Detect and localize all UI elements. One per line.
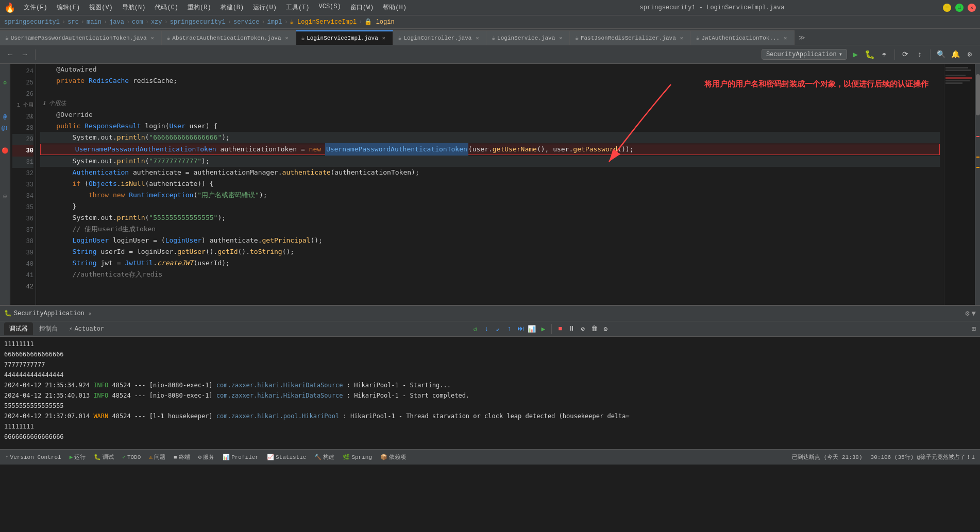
back-button[interactable]: ← — [4, 48, 16, 61]
subtab-debugger-label: 调试器 — [9, 324, 28, 333]
status-debug[interactable]: 🐛 调试 — [91, 453, 117, 461]
breadcrumb-service[interactable]: service — [233, 19, 259, 26]
debug-status-icon: 🐛 — [94, 454, 101, 460]
app-logo: 🔥 — [4, 2, 15, 13]
menu-tools[interactable]: 工具(T) — [282, 2, 314, 13]
tab-close-2[interactable]: ✕ — [380, 35, 387, 42]
bottom-session-close[interactable]: ✕ — [89, 311, 92, 317]
tab-bar: ☕ UsernamePasswordAuthenticationToken.ja… — [0, 29, 980, 45]
run-configuration[interactable]: SecurityApplication ▾ — [762, 49, 847, 60]
menu-window[interactable]: 窗口(W) — [346, 2, 378, 13]
run-button[interactable]: ▶ — [849, 48, 861, 61]
tab-label-5: FastJsonRedisSerializer.java — [581, 35, 676, 41]
breadcrumb-xzy[interactable]: xzy — [151, 19, 162, 26]
tab-3[interactable]: ☕ LoginController.java ✕ — [393, 30, 487, 45]
tabs-more-button[interactable]: ≫ — [795, 30, 809, 45]
status-terminal[interactable]: ■ 终端 — [171, 453, 193, 461]
search-everywhere-button[interactable]: 🔍 — [935, 48, 947, 61]
run-with-coverage-button[interactable]: ☂ — [878, 48, 890, 61]
status-profiler[interactable]: 📊 Profiler — [219, 454, 262, 460]
step-over-button[interactable]: ↓ — [481, 324, 492, 334]
status-todo[interactable]: ✓ TODO — [119, 454, 144, 460]
menu-help[interactable]: 帮助(H) — [379, 2, 411, 13]
pause-button[interactable]: ⏸ — [566, 324, 577, 334]
run-icon: ▶ — [70, 454, 73, 460]
breadcrumb-impl[interactable]: impl — [267, 19, 282, 26]
breadcrumb-project[interactable]: springsecurity1 — [4, 19, 60, 26]
tab-close-1[interactable]: ✕ — [283, 35, 291, 42]
code-line-33: if (Objects.isNull(authenticate)) { — [40, 178, 940, 190]
code-content[interactable]: @Autowired private RedisCache redisCache… — [36, 64, 944, 305]
clear-output-button[interactable]: 🗑 — [589, 324, 599, 334]
breadcrumb-main[interactable]: main — [87, 19, 102, 26]
menu-vcs[interactable]: VCS(S) — [314, 2, 345, 13]
menu-code[interactable]: 代码(C) — [150, 2, 182, 13]
tab-label-1: AbstractAuthenticationToken.java — [172, 35, 281, 41]
status-dependencies[interactable]: 📦 依赖项 — [377, 453, 409, 461]
settings-button[interactable]: ⚙ — [964, 48, 976, 61]
status-version-control[interactable]: ↑ Version Control — [2, 454, 64, 460]
minimize-button[interactable]: ─ — [943, 4, 951, 12]
tab-5[interactable]: ☕ FastJsonRedisSerializer.java ✕ — [570, 30, 690, 45]
status-line-info[interactable]: 30:106 (35行) @徐子元竟然被占了！l — [868, 453, 978, 461]
bottom-collapse-btn[interactable]: ▼ — [972, 310, 976, 318]
status-statistic[interactable]: 📈 Statistic — [264, 454, 309, 460]
menu-build[interactable]: 构建(B) — [216, 2, 248, 13]
menu-view[interactable]: 视图(V) — [85, 2, 117, 13]
tab-close-0[interactable]: ✕ — [149, 35, 156, 42]
settings-debug-button[interactable]: ⚙ — [600, 324, 611, 334]
bottom-settings-btn[interactable]: ⚙ — [965, 309, 969, 318]
log-line-1: 11111111 — [4, 339, 976, 349]
tab-close-4[interactable]: ✕ — [557, 35, 564, 42]
evaluate-expression-button[interactable]: 📊 — [527, 324, 537, 334]
tab-4[interactable]: ☕ LoginService.java ✕ — [486, 30, 570, 45]
status-services[interactable]: ⚙ 服务 — [195, 453, 218, 461]
close-button[interactable]: ✕ — [968, 4, 976, 12]
profiler-icon: 📊 — [223, 454, 230, 460]
status-build[interactable]: 🔨 构建 — [311, 453, 337, 461]
subtab-actuator[interactable]: ⚡ Actuator — [64, 323, 109, 335]
rerun-button[interactable]: ↺ — [470, 324, 480, 334]
resume-button[interactable]: ▶ — [538, 324, 548, 334]
mute-breakpoints-button[interactable]: ⊘ — [578, 324, 588, 334]
status-build-label: 构建 — [323, 453, 334, 461]
step-into-button[interactable]: ↙ — [493, 324, 503, 334]
forward-button[interactable]: → — [19, 48, 31, 61]
breadcrumb-com[interactable]: com — [132, 19, 143, 26]
run-to-cursor-button[interactable]: ⏭ — [515, 324, 526, 334]
subtab-debugger[interactable]: 调试器 — [4, 322, 33, 335]
expand-panel-button[interactable]: ⊞ — [972, 324, 976, 333]
tab-1[interactable]: ☕ AbstractAuthenticationToken.java ✕ — [162, 30, 296, 45]
debug-button[interactable]: 🐛 — [864, 48, 876, 61]
tab-close-3[interactable]: ✕ — [474, 35, 481, 42]
status-dep-label: 依赖项 — [389, 453, 406, 461]
subtab-console[interactable]: 控制台 — [34, 322, 63, 335]
status-spring[interactable]: 🌿 Spring — [340, 454, 375, 460]
code-scrollbar[interactable] — [975, 64, 980, 305]
tab-0[interactable]: ☕ UsernamePasswordAuthenticationToken.ja… — [0, 30, 162, 45]
stop-button[interactable]: ■ — [555, 324, 565, 334]
maximize-button[interactable]: □ — [955, 4, 964, 12]
breadcrumb-java[interactable]: java — [109, 19, 124, 26]
menu-file[interactable]: 文件(F) — [20, 2, 52, 13]
breadcrumb-src[interactable]: src — [67, 19, 79, 26]
step-out-button[interactable]: ↑ — [504, 324, 514, 334]
git-button[interactable]: ↕ — [914, 48, 926, 61]
status-problems[interactable]: ⚠ 问题 — [146, 453, 168, 461]
tab-2[interactable]: ☕ LoginServiceImpl.java ✕ — [296, 30, 393, 45]
menu-nav[interactable]: 导航(N) — [118, 2, 150, 13]
tab-close-5[interactable]: ✕ — [678, 35, 685, 42]
tab-6[interactable]: ☕ JwtAuthenticationTok... ✕ — [691, 30, 795, 45]
console-output[interactable]: 11111111 6666666666666666 77777777777 44… — [0, 337, 980, 449]
tab-close-6[interactable]: ✕ — [782, 35, 789, 42]
menu-run[interactable]: 运行(U) — [249, 2, 281, 13]
menu-refactor[interactable]: 重构(R) — [183, 2, 215, 13]
breadcrumb-spring[interactable]: springsecurity1 — [170, 19, 226, 26]
statistic-icon: 📈 — [267, 454, 274, 460]
notifications-button[interactable]: 🔔 — [949, 48, 961, 61]
update-button[interactable]: ⟳ — [899, 48, 911, 61]
breadcrumb-file[interactable]: ☕ LoginServiceImpl — [290, 18, 357, 26]
subtab-actuator-label: Actuator — [75, 325, 105, 333]
status-run[interactable]: ▶ 运行 — [66, 453, 89, 461]
menu-edit[interactable]: 编辑(E) — [53, 2, 85, 13]
